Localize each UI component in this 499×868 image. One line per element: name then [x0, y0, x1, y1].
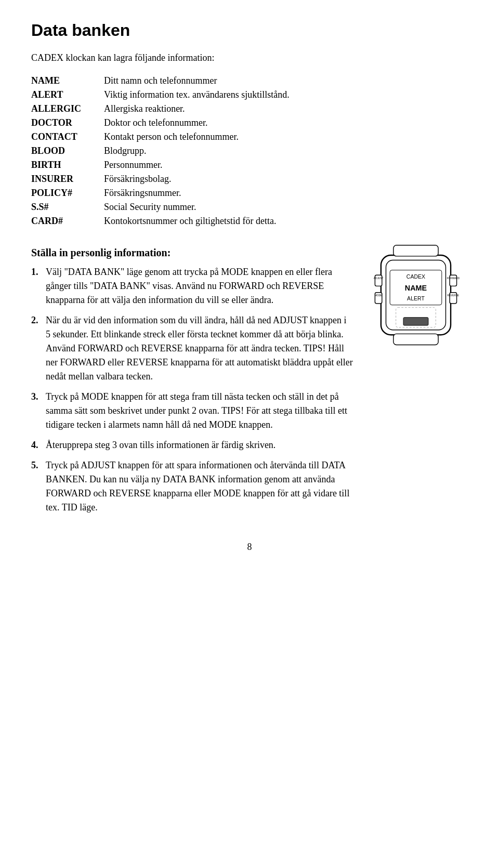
table-label: BIRTH	[31, 158, 104, 172]
table-row: INSURERFörsäkringsbolag.	[31, 172, 468, 186]
svg-rect-16	[393, 245, 438, 256]
table-label: CARD#	[31, 214, 104, 228]
table-desc: Doktor och telefonnummer.	[104, 116, 468, 130]
svg-text:CADEX: CADEX	[406, 273, 425, 280]
svg-rect-15	[403, 318, 428, 325]
main-content: Ställa in personlig information: 1.Välj …	[31, 243, 468, 521]
watch-svg: DATA CADEX NAME ALERT ADJUST MODE FORWAR…	[364, 243, 468, 362]
step-text: Välj "DATA BANK" läge genom att trycka p…	[46, 265, 353, 307]
svg-text:MODE: MODE	[375, 295, 382, 297]
page-number: 8	[31, 542, 468, 553]
table-desc: Kontakt person och telefonnummer.	[104, 130, 468, 144]
table-desc: Ditt namn och telefonnummer	[104, 74, 468, 88]
table-desc: Social Security nummer.	[104, 200, 468, 214]
table-row: CARD#Kontokortsnummer och giltighetstid …	[31, 214, 468, 228]
table-desc: Allergiska reaktioner.	[104, 102, 468, 116]
info-table: NAMEDitt namn och telefonnummerALERTVikt…	[31, 74, 468, 228]
table-label: BLOOD	[31, 144, 104, 158]
step-number: 2.	[31, 313, 42, 384]
table-row: ALLERGICAllergiska reaktioner.	[31, 102, 468, 116]
step-number: 1.	[31, 265, 42, 307]
step-text: Tryck på ADJUST knappen för att spara in…	[46, 458, 353, 515]
table-label: ALLERGIC	[31, 102, 104, 116]
table-row: POLICY#Försäkringsnummer.	[31, 186, 468, 200]
table-label: DOCTOR	[31, 116, 104, 130]
list-item: 2.När du är vid den information som du v…	[31, 313, 353, 384]
section-title: Ställa in personlig information:	[31, 247, 353, 259]
table-row: BIRTHPersonnummer.	[31, 158, 468, 172]
table-desc: Försäkringsnummer.	[104, 186, 468, 200]
step-number: 4.	[31, 438, 42, 452]
svg-rect-17	[393, 334, 438, 345]
table-desc: Kontokortsnummer och giltighetstid för d…	[104, 214, 468, 228]
page-title: Data banken	[31, 21, 468, 40]
table-desc: Viktig information tex. användarens sjuk…	[104, 88, 468, 102]
svg-text:NAME: NAME	[405, 284, 427, 292]
table-label: ALERT	[31, 88, 104, 102]
svg-text:FORWARD: FORWARD	[447, 277, 460, 280]
table-desc: Personnummer.	[104, 158, 468, 172]
table-row: S.S#Social Security nummer.	[31, 200, 468, 214]
step-text: Återupprepa steg 3 ovan tills informatio…	[46, 438, 353, 452]
table-label: CONTACT	[31, 130, 104, 144]
table-label: S.S#	[31, 200, 104, 214]
list-item: 3.Tryck på MODE knappen för att stega fr…	[31, 390, 353, 432]
step-text: När du är vid den information som du vil…	[46, 313, 353, 384]
step-number: 3.	[31, 390, 42, 432]
watch-diagram: DATA CADEX NAME ALERT ADJUST MODE FORWAR…	[364, 243, 468, 365]
list-item: 4.Återupprepa steg 3 ovan tills informat…	[31, 438, 353, 452]
list-item: 1.Välj "DATA BANK" läge genom att trycka…	[31, 265, 353, 307]
table-desc: Försäkringsbolag.	[104, 172, 468, 186]
intro-text: CADEX klockan kan lagra följande informa…	[31, 52, 468, 63]
table-row: BLOODBlodgrupp.	[31, 144, 468, 158]
table-label: NAME	[31, 74, 104, 88]
table-label: INSURER	[31, 172, 104, 186]
table-row: ALERTViktig information tex. användarens…	[31, 88, 468, 102]
list-item: 5.Tryck på ADJUST knappen för att spara …	[31, 458, 353, 515]
step-number: 5.	[31, 458, 42, 515]
steps-list: 1.Välj "DATA BANK" läge genom att trycka…	[31, 265, 353, 515]
table-row: NAMEDitt namn och telefonnummer	[31, 74, 468, 88]
svg-text:REVERSE: REVERSE	[447, 295, 459, 297]
svg-text:ALERT: ALERT	[407, 295, 425, 301]
table-row: DOCTORDoktor och telefonnummer.	[31, 116, 468, 130]
table-row: CONTACTKontakt person och telefonnummer.	[31, 130, 468, 144]
svg-text:ADJUST: ADJUST	[374, 277, 384, 280]
step-text: Tryck på MODE knappen för att stega fram…	[46, 390, 353, 432]
table-desc: Blodgrupp.	[104, 144, 468, 158]
text-content: Ställa in personlig information: 1.Välj …	[31, 243, 353, 521]
table-label: POLICY#	[31, 186, 104, 200]
